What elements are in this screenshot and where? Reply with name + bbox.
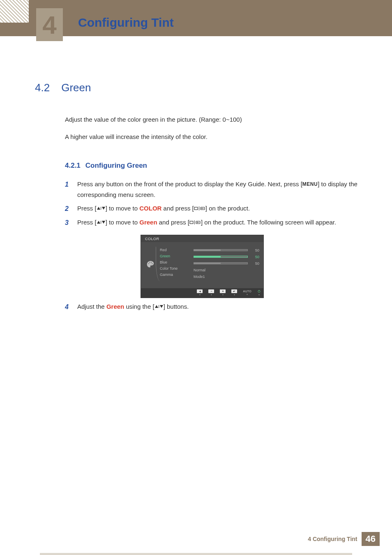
step-number: 4	[65, 301, 69, 312]
section-heading: 4.2Green	[35, 81, 369, 94]
source-enter-icon	[189, 217, 201, 222]
svg-marker-19	[160, 305, 163, 308]
osd-row-value: Mode1	[194, 274, 259, 279]
osd-plus-button: +▾	[220, 289, 226, 296]
svg-marker-0	[97, 207, 100, 210]
steps-list: 1 Press any button on the front of the p…	[65, 179, 369, 227]
svg-point-14	[151, 262, 152, 263]
osd-row-value: Normal	[194, 268, 259, 272]
svg-rect-20	[159, 305, 159, 308]
section-title: Green	[61, 81, 91, 94]
osd-row-label: Gamma	[160, 273, 189, 277]
svg-rect-3	[194, 207, 198, 210]
svg-rect-9	[190, 221, 193, 224]
svg-marker-6	[97, 221, 100, 224]
osd-row-value: 50	[194, 248, 259, 252]
step-number: 3	[65, 217, 69, 228]
osd-enter-button: ↵▾	[231, 289, 237, 296]
svg-rect-8	[101, 221, 101, 224]
page-content: 4.2Green Adjust the value of the color g…	[0, 36, 392, 312]
svg-rect-4	[199, 206, 199, 210]
chapter-number-box: 4	[36, 8, 63, 41]
svg-point-15	[152, 263, 153, 264]
osd-footer: ◄▾ −▾ +▾ ↵▾ AUTO▾ ▾	[141, 288, 263, 298]
osd-labels: RedGreenBlueColor ToneGamma	[160, 248, 189, 281]
step-2: 2 Press [] to move to COLOR and press []…	[65, 203, 369, 214]
step-number: 2	[65, 203, 69, 214]
chapter-header: 4 Configuring Tint	[0, 0, 392, 36]
decorative-hatch	[0, 0, 29, 23]
footer-page-number: 46	[362, 532, 380, 546]
osd-row-value: 50	[194, 261, 259, 266]
step-4: 4 Adjust the Green using the [] buttons.	[65, 301, 369, 312]
svg-rect-2	[101, 207, 101, 210]
chapter-number: 4	[42, 10, 56, 39]
osd-curve-decor	[156, 246, 160, 282]
osd-screenshot: COLOR RedGreenBlueColor ToneGamma 505050…	[141, 235, 264, 298]
svg-point-13	[149, 262, 150, 263]
section-number: 4.2	[35, 81, 50, 94]
step-1: 1 Press any button on the front of the p…	[65, 179, 369, 200]
source-enter-icon	[194, 204, 205, 208]
intro-paragraph-1: Adjust the value of the color green in t…	[65, 115, 369, 125]
osd-row-label: Green	[160, 254, 189, 258]
palette-icon	[145, 248, 156, 281]
intro-paragraph-2: A higher value will increase the intensi…	[65, 132, 369, 142]
osd-row-label: Blue	[160, 260, 189, 264]
svg-marker-7	[102, 221, 105, 224]
up-down-icon	[154, 302, 164, 307]
svg-rect-17	[259, 290, 259, 291]
subsection-title: Configuring Green	[85, 162, 147, 169]
steps-list-cont: 4 Adjust the Green using the [] buttons.	[65, 301, 369, 312]
osd-values: 505050NormalMode1	[194, 248, 259, 281]
menu-button-label: MENU	[302, 181, 318, 187]
osd-back-button: ◄▾	[197, 289, 203, 296]
osd-title: COLOR	[141, 235, 263, 242]
footer-chapter-label: 4 Configuring Tint	[308, 536, 357, 542]
svg-marker-1	[102, 207, 105, 210]
step-number: 1	[65, 179, 69, 190]
osd-row-label: Red	[160, 248, 189, 252]
svg-rect-10	[194, 220, 195, 224]
subsection-heading: 4.2.1Configuring Green	[65, 162, 369, 170]
osd-body: RedGreenBlueColor ToneGamma 505050Normal…	[141, 242, 263, 288]
color-keyword: COLOR	[139, 205, 161, 212]
svg-marker-18	[155, 305, 158, 308]
up-down-icon	[97, 204, 106, 208]
osd-auto-button: AUTO▾	[243, 290, 251, 296]
page-footer: 4 Configuring Tint 46	[308, 532, 380, 546]
osd-minus-button: −▾	[208, 289, 214, 296]
svg-point-12	[148, 263, 149, 264]
footer-bar	[40, 553, 352, 555]
chapter-title: Configuring Tint	[78, 16, 174, 30]
power-icon: ▾	[257, 289, 261, 296]
green-keyword: Green	[139, 219, 157, 226]
osd-row-label: Color Tone	[160, 266, 189, 271]
subsection-number: 4.2.1	[65, 162, 81, 169]
green-keyword: Green	[106, 303, 124, 310]
step-3: 3 Press [] to move to Green and press []…	[65, 217, 369, 228]
up-down-icon	[97, 217, 106, 222]
osd-row-value: 50	[194, 254, 259, 259]
